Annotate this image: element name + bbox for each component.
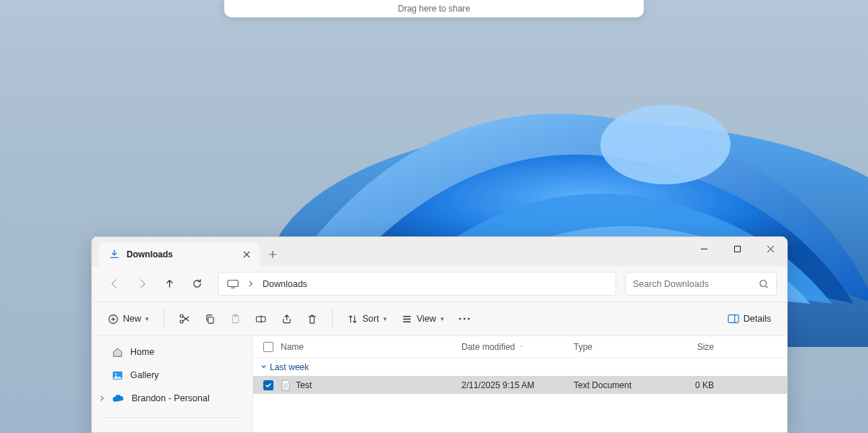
tab-title: Downloads [127, 249, 173, 260]
search-input[interactable] [633, 279, 753, 289]
chevron-right-icon[interactable] [247, 280, 254, 287]
rename-button[interactable] [250, 306, 273, 331]
chevron-down-icon [260, 364, 267, 370]
new-button[interactable]: New ▾ [102, 306, 155, 331]
paste-button[interactable] [224, 306, 247, 331]
onedrive-icon [112, 394, 124, 403]
svg-rect-2 [734, 246, 740, 252]
plus-circle-icon [108, 314, 119, 325]
toolbar: New ▾ Sort ▾ View ▾ [92, 301, 787, 336]
select-all-checkbox[interactable] [263, 342, 273, 352]
group-label: Last week [270, 362, 309, 372]
column-type[interactable]: Type [574, 342, 666, 352]
svg-point-14 [468, 318, 470, 320]
close-window-button[interactable] [754, 237, 787, 260]
view-label: View [417, 314, 436, 324]
svg-point-7 [180, 314, 183, 317]
column-modified[interactable]: Date modified ˅ [461, 342, 574, 352]
minimize-button[interactable] [687, 237, 720, 260]
group-header[interactable]: Last week [253, 358, 787, 376]
table-row[interactable]: Test 2/11/2025 9:15 AM Text Document 0 K… [253, 376, 787, 394]
home-icon [112, 347, 123, 358]
up-button[interactable] [157, 272, 182, 296]
chevron-down-icon: ▾ [383, 315, 387, 322]
svg-point-4 [760, 280, 767, 286]
share-button[interactable] [276, 306, 298, 331]
sort-label: Sort [362, 314, 379, 324]
svg-rect-3 [228, 280, 238, 286]
text-file-icon [281, 380, 291, 391]
address-bar[interactable]: Downloads [218, 272, 616, 296]
tab-downloads[interactable]: Downloads [99, 242, 260, 266]
forward-button[interactable] [129, 272, 154, 296]
more-button[interactable] [453, 306, 476, 331]
maximize-button[interactable] [720, 237, 754, 260]
sort-button[interactable]: Sort ▾ [341, 306, 393, 331]
close-tab-button[interactable] [241, 249, 252, 260]
clipboard-icon [230, 314, 241, 325]
address-row: Downloads [92, 266, 787, 301]
row-checkbox[interactable] [263, 380, 273, 390]
copy-icon [205, 314, 216, 325]
trash-icon [307, 314, 318, 325]
nav-item-gallery[interactable]: Gallery [92, 364, 252, 387]
chevron-down-icon: ▾ [145, 315, 149, 322]
new-label: New [123, 314, 141, 324]
details-pane-button[interactable]: Details [722, 306, 777, 331]
chevron-down-icon: ▾ [441, 315, 444, 322]
details-label: Details [744, 314, 771, 324]
sort-indicator-icon: ˅ [520, 345, 523, 351]
breadcrumb-location[interactable]: Downloads [258, 276, 312, 292]
chevron-right-icon[interactable] [99, 395, 105, 401]
svg-point-12 [459, 318, 461, 320]
svg-point-1 [600, 105, 731, 184]
scissors-icon [179, 313, 190, 325]
refresh-button[interactable] [184, 272, 209, 296]
delete-button[interactable] [301, 306, 323, 331]
file-size: 0 KB [666, 380, 724, 390]
nav-label: Gallery [130, 370, 159, 380]
file-type: Text Document [574, 380, 666, 390]
view-button[interactable]: View ▾ [396, 306, 450, 331]
download-icon [109, 249, 119, 260]
nav-item-personal[interactable]: Brandon - Personal [92, 387, 252, 410]
drag-share-label: Drag here to share [398, 4, 470, 14]
copy-button[interactable] [199, 306, 221, 331]
nav-label: Brandon - Personal [132, 393, 210, 403]
svg-point-6 [180, 320, 183, 323]
column-headers: Name Date modified ˅ Type Size [253, 336, 787, 358]
details-pane-icon [728, 314, 739, 324]
list-pane: Name Date modified ˅ Type Size Last week [253, 336, 787, 432]
column-size[interactable]: Size [666, 342, 724, 352]
search-icon [759, 279, 769, 289]
svg-point-13 [464, 318, 466, 320]
sort-icon [347, 314, 358, 325]
svg-rect-8 [208, 317, 214, 322]
nav-item-home[interactable]: Home [92, 340, 252, 364]
column-name[interactable]: Name [281, 342, 461, 352]
content-area: Home Gallery Brandon - Personal [92, 336, 787, 432]
file-name: Test [296, 380, 312, 390]
drag-share-bar[interactable]: Drag here to share [224, 0, 644, 17]
ellipsis-icon [459, 317, 470, 320]
file-modified: 2/11/2025 9:15 AM [461, 380, 574, 390]
search-box[interactable] [625, 272, 777, 296]
this-pc-icon[interactable] [223, 276, 243, 292]
share-icon [281, 314, 292, 325]
file-explorer-window: Downloads [91, 236, 788, 433]
titlebar: Downloads [92, 237, 787, 266]
back-button[interactable] [102, 272, 127, 296]
navigation-pane: Home Gallery Brandon - Personal [92, 336, 253, 432]
rename-icon [255, 314, 267, 325]
new-tab-button[interactable] [260, 242, 286, 266]
list-icon [401, 314, 412, 325]
cut-button[interactable] [173, 306, 196, 331]
gallery-icon [112, 370, 123, 381]
nav-label: Home [130, 347, 154, 357]
svg-point-17 [115, 373, 116, 374]
svg-rect-15 [728, 315, 739, 323]
